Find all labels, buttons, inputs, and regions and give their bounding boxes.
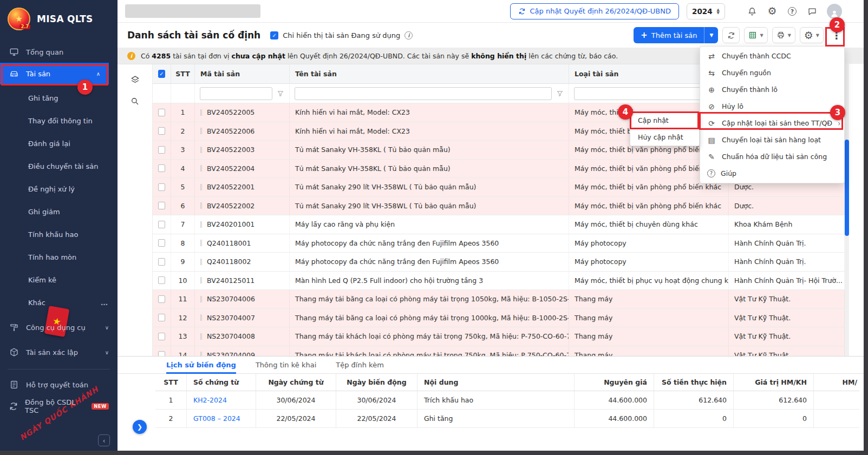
- table-row[interactable]: 10BV240125011Màn hình Led Q (P2.5 Full i…: [153, 272, 845, 291]
- sidebar-item-tong-quan[interactable]: Tổng quan: [0, 41, 118, 63]
- spinner-arrows-icon[interactable]: ▲▼: [717, 8, 720, 15]
- col-name[interactable]: Tên tài sản: [290, 64, 569, 83]
- user-avatar[interactable]: [827, 4, 842, 19]
- group-layers-icon[interactable]: [129, 74, 140, 85]
- hcol-stt: STT: [155, 374, 187, 391]
- submenu-item-2[interactable]: Hủy cập nhật: [630, 129, 699, 146]
- sidebar-item-tai-san[interactable]: Tài sản ∧: [0, 63, 109, 84]
- row-checkbox[interactable]: [158, 164, 165, 172]
- menu-item-1[interactable]: ⇄Chuyển thành CCDC: [700, 48, 844, 64]
- select-all-checkbox[interactable]: ✓: [158, 70, 165, 78]
- document-link[interactable]: GT008 – 2024: [187, 410, 256, 427]
- chat-icon[interactable]: [807, 6, 818, 17]
- row-checkbox[interactable]: [158, 146, 165, 154]
- row-checkbox[interactable]: [158, 183, 165, 191]
- tab-2[interactable]: Thông tin kê khai: [256, 357, 316, 373]
- row-checkbox[interactable]: [158, 314, 165, 321]
- cell-code: BV240522001: [195, 178, 290, 196]
- sidebar-subitem-3[interactable]: Đánh giá lại: [0, 132, 118, 155]
- sidebar-item-dong-bo-csdl-tsc[interactable]: Đồng bộ CSDL TSC NEW: [0, 395, 118, 417]
- filter-funnel-icon[interactable]: [556, 90, 564, 97]
- cell-code: BV240522004: [195, 160, 290, 178]
- menu-item-6[interactable]: ▤Chuyển loại tài sản hàng loạt: [700, 131, 844, 148]
- menu-item-7[interactable]: ✎Chuẩn hóa dữ liệu tài sản công: [700, 148, 844, 165]
- filter-name-input[interactable]: [295, 87, 552, 100]
- sidebar-subitem-4[interactable]: Điều chuyển tài sản: [0, 155, 118, 177]
- help-icon[interactable]: ?: [787, 6, 798, 17]
- cell-dept: Vật Tư Kỹ Thuật.: [729, 327, 845, 346]
- table-row[interactable]: 13NS230704008Thang máy tải khách loại có…: [153, 327, 845, 346]
- sidebar-subitem-5[interactable]: Đề nghị xử lý: [0, 177, 118, 200]
- year-value: 2024: [692, 7, 713, 16]
- search-icon[interactable]: [129, 96, 140, 107]
- scrollbar-thumb[interactable]: [845, 140, 849, 236]
- row-checkbox[interactable]: [158, 127, 165, 135]
- table-row[interactable]: 6BV240522002Tủ mát Sanaky 290 lít VH-358…: [153, 197, 845, 216]
- update-decision-button[interactable]: Cập nhật Quyết định 26/2024/QĐ-UBND: [510, 3, 680, 19]
- print-button[interactable]: ▼: [772, 27, 795, 43]
- sidebar-subitem-7[interactable]: Tính khấu hao: [0, 223, 118, 246]
- sidebar-subitem-9[interactable]: Kiểm kê: [0, 268, 118, 291]
- tab-1[interactable]: Lịch sử biến động: [166, 357, 236, 373]
- submenu-item-1[interactable]: Cập nhật: [630, 112, 699, 129]
- sidebar-subitem-1[interactable]: Ghi tăng: [0, 87, 118, 109]
- row-checkbox[interactable]: [158, 276, 165, 284]
- row-checkbox-cell: [153, 103, 171, 122]
- more-actions-button[interactable]: ⋮: [828, 27, 845, 43]
- year-selector[interactable]: 2024 ▲▼: [687, 3, 725, 19]
- menu-item-8[interactable]: ?Giúp: [700, 165, 844, 182]
- menu-item-3[interactable]: ⊕Chuyển thành lô: [700, 81, 844, 98]
- update-decision-label: Cập nhật Quyết định 26/2024/QĐ-UBND: [530, 7, 671, 15]
- info-icon[interactable]: i: [404, 31, 413, 39]
- table-row[interactable]: 11NS230704006Thang máy tải băng ca loại …: [153, 290, 845, 309]
- row-checkbox[interactable]: [158, 258, 165, 266]
- history-cell-hmkh: 0: [734, 410, 814, 427]
- table-row[interactable]: 9Q240118002Máy photocopy đa chức năng tr…: [153, 253, 845, 272]
- add-asset-button[interactable]: +Thêm tài sản ▼: [634, 27, 718, 43]
- row-checkbox[interactable]: [158, 202, 165, 209]
- sidebar-collapse-button[interactable]: ‹: [98, 434, 110, 446]
- add-asset-dropdown-caret[interactable]: ▼: [704, 27, 718, 43]
- sidebar-subitem-6[interactable]: Ghi giảm: [0, 200, 118, 223]
- sidebar-subitem-2[interactable]: Thay đổi thông tin: [0, 109, 118, 132]
- expand-detail-button[interactable]: ❯: [133, 420, 147, 434]
- row-checkbox[interactable]: [158, 351, 165, 356]
- hcol-content: Nội dung: [417, 374, 575, 391]
- sidebar-subitem-10[interactable]: Khác…: [0, 291, 118, 314]
- sidebar-item-ho-tro-quyet-toan[interactable]: Hỗ trợ quyết toán: [0, 374, 118, 395]
- table-row[interactable]: 7BV240201001Máy lấy cao răng và phụ kiện…: [153, 215, 845, 234]
- row-checkbox[interactable]: [158, 221, 165, 228]
- col-code[interactable]: Mã tài sản: [195, 64, 290, 83]
- table-row[interactable]: 12NS230704007Thang máy tải băng ca loại …: [153, 309, 845, 328]
- sidebar-subitem-label: Khác: [28, 299, 45, 307]
- row-checkbox[interactable]: [158, 109, 165, 116]
- settings-gear-icon[interactable]: ⚙: [767, 6, 778, 17]
- sidebar-subitem-8[interactable]: Tính hao mòn: [0, 246, 118, 268]
- menu-item-4[interactable]: ⊘Hủy lô: [700, 98, 844, 115]
- table-settings-button[interactable]: ⚙ ▼: [800, 27, 824, 43]
- history-table-header: STT Số chứng từ Ngày chứng từ Ngày biến …: [155, 374, 859, 391]
- history-cell-stt: 1: [155, 391, 187, 409]
- cell-dept: Vật Tư Kỹ Thuật: [729, 346, 845, 357]
- table-row[interactable]: 14NS230704009Thang máy tải khách loại có…: [153, 346, 845, 357]
- row-checkbox[interactable]: [158, 333, 165, 340]
- code-text: BV240522004: [207, 164, 254, 173]
- sidebar-item-cong-cu-dung-cu[interactable]: Công cụ dụng cụ ∨: [0, 315, 118, 340]
- table-row[interactable]: 8Q240118001Máy photocopy đa chức năng tr…: [153, 234, 845, 253]
- sidebar-item-tai-san-xac-lap[interactable]: Tài sản xác lập ∨: [0, 340, 118, 365]
- filter-code-input[interactable]: [200, 87, 272, 100]
- menu-item-2[interactable]: ⇆Chuyển nguồn: [700, 64, 844, 81]
- tab-3[interactable]: Tệp đính kèm: [336, 357, 384, 373]
- menu-item-5[interactable]: ⟳Cập nhật loại tài sản theo TT/QĐ›: [700, 115, 844, 131]
- row-checkbox[interactable]: [158, 239, 165, 247]
- col-stt[interactable]: STT: [171, 64, 195, 83]
- only-in-use-checkbox[interactable]: ✓: [270, 31, 278, 39]
- export-table-button[interactable]: ▼: [744, 27, 767, 43]
- normalize-data-icon: ✎: [707, 153, 716, 161]
- vertical-scrollbar[interactable]: [845, 64, 849, 356]
- refresh-button[interactable]: [722, 27, 740, 43]
- notifications-bell-icon[interactable]: [747, 6, 758, 17]
- document-link[interactable]: KH2-2024: [187, 391, 256, 409]
- row-checkbox[interactable]: [158, 295, 165, 303]
- filter-funnel-icon[interactable]: [277, 90, 284, 97]
